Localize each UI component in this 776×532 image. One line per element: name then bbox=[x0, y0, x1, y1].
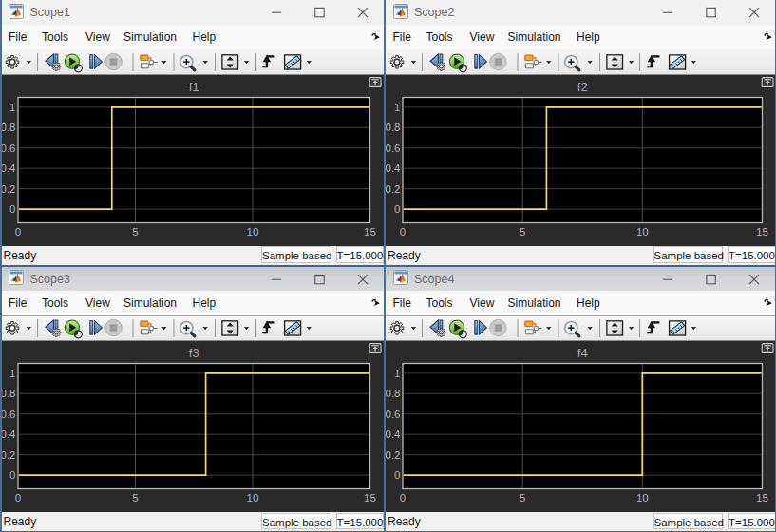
svg-text:15: 15 bbox=[756, 225, 768, 237]
svg-text:0: 0 bbox=[9, 203, 15, 215]
svg-text:5: 5 bbox=[519, 492, 524, 504]
svg-text:1: 1 bbox=[394, 101, 400, 112]
svg-text:0.8: 0.8 bbox=[1, 122, 16, 133]
svg-text:5: 5 bbox=[132, 225, 138, 237]
svg-text:0: 0 bbox=[394, 469, 400, 481]
svg-text:5: 5 bbox=[132, 492, 138, 504]
svg-text:1: 1 bbox=[9, 101, 15, 112]
svg-text:0.8: 0.8 bbox=[1, 389, 16, 400]
svg-text:0.8: 0.8 bbox=[385, 122, 400, 133]
svg-text:0.2: 0.2 bbox=[385, 449, 400, 461]
svg-text:1: 1 bbox=[394, 368, 400, 379]
svg-text:0.4: 0.4 bbox=[385, 429, 400, 441]
svg-text:f1: f1 bbox=[189, 79, 199, 93]
svg-text:0: 0 bbox=[399, 492, 405, 504]
svg-text:10: 10 bbox=[247, 225, 259, 237]
svg-text:0.2: 0.2 bbox=[1, 449, 16, 461]
svg-text:0: 0 bbox=[15, 492, 21, 504]
svg-text:0.8: 0.8 bbox=[385, 389, 400, 400]
svg-text:0.6: 0.6 bbox=[385, 408, 400, 420]
svg-text:15: 15 bbox=[756, 492, 768, 504]
svg-text:0.6: 0.6 bbox=[1, 142, 16, 153]
svg-text:10: 10 bbox=[635, 492, 648, 504]
svg-text:0: 0 bbox=[9, 469, 15, 481]
svg-text:0: 0 bbox=[394, 203, 400, 215]
svg-text:0.6: 0.6 bbox=[385, 142, 400, 153]
svg-text:f4: f4 bbox=[577, 346, 587, 360]
svg-text:0.4: 0.4 bbox=[1, 429, 16, 441]
svg-text:15: 15 bbox=[364, 225, 376, 237]
svg-text:10: 10 bbox=[247, 492, 259, 504]
svg-text:0.4: 0.4 bbox=[1, 162, 16, 174]
svg-text:0.6: 0.6 bbox=[1, 408, 16, 420]
svg-text:f3: f3 bbox=[189, 346, 199, 360]
svg-text:f2: f2 bbox=[577, 79, 587, 93]
svg-text:0: 0 bbox=[15, 225, 21, 237]
svg-text:0.4: 0.4 bbox=[385, 162, 400, 174]
svg-text:0.2: 0.2 bbox=[385, 182, 400, 194]
svg-text:15: 15 bbox=[364, 492, 376, 504]
svg-text:10: 10 bbox=[635, 225, 648, 237]
svg-text:1: 1 bbox=[9, 368, 15, 379]
svg-text:5: 5 bbox=[519, 225, 524, 237]
svg-text:0: 0 bbox=[399, 225, 405, 237]
svg-text:0.2: 0.2 bbox=[1, 182, 16, 194]
